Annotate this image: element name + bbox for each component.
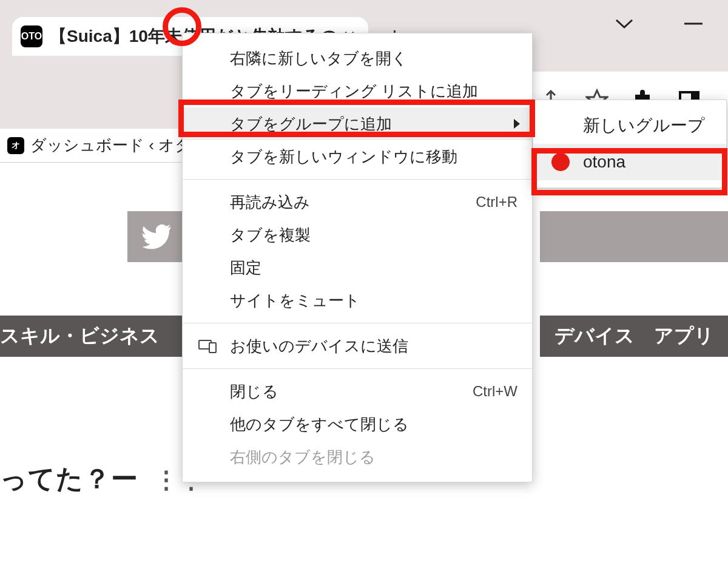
ctx-reload-shortcut: Ctrl+R <box>476 194 517 211</box>
svg-rect-5 <box>209 343 216 353</box>
submenu-new-group[interactable]: 新しいグループ <box>533 107 726 144</box>
ctx-separator <box>183 323 532 323</box>
nav-category-device-app[interactable]: デバイス アプリ <box>540 316 728 357</box>
submenu-new-group-label: 新しいグループ <box>583 114 705 137</box>
group-submenu: 新しいグループ otona <box>533 100 727 188</box>
tabs-dropdown-icon[interactable] <box>614 17 635 30</box>
nav-category-skill-business[interactable]: スキル・ビジネス <box>0 316 183 357</box>
devices-icon <box>198 339 217 353</box>
ctx-pin[interactable]: 固定 <box>183 251 532 284</box>
article-heading: ってた？ー ⋮⋮ <box>0 461 204 497</box>
submenu-group-otona[interactable]: otona <box>533 144 726 180</box>
article-heading-text: ってた？ー <box>0 461 138 497</box>
tab-favicon: OTO <box>21 25 42 47</box>
ctx-mute[interactable]: サイトをミュート <box>183 284 532 317</box>
minimize-icon[interactable] <box>683 17 704 30</box>
ctx-add-reading-list[interactable]: タブをリーディング リストに追加 <box>183 75 532 107</box>
bookmark-item[interactable]: ダッシュボード ‹ オタス <box>30 135 207 156</box>
ctx-send-to-device[interactable]: お使いのデバイスに送信 <box>183 329 532 362</box>
bookmark-favicon: オ <box>7 137 24 154</box>
header-grey-block <box>540 211 728 262</box>
ctx-move-new-window[interactable]: タブを新しいウィンドウに移動 <box>183 140 532 173</box>
ctx-send-to-device-label: お使いのデバイスに送信 <box>230 336 408 357</box>
ctx-close-right: 右側のタブを閉じる <box>183 441 532 473</box>
submenu-arrow-icon <box>514 119 520 129</box>
group-color-dot <box>551 153 570 171</box>
ctx-open-right[interactable]: 右隣に新しいタブを開く <box>183 42 532 75</box>
ctx-close-shortcut: Ctrl+W <box>473 383 517 400</box>
ctx-separator <box>183 368 532 369</box>
ctx-separator <box>183 179 532 180</box>
ctx-add-to-group-label: タブをグループに追加 <box>230 113 392 135</box>
ctx-close[interactable]: 閉じる Ctrl+W <box>183 375 532 408</box>
tab-context-menu: 右隣に新しいタブを開く タブをリーディング リストに追加 タブをグループに追加 … <box>182 33 533 482</box>
submenu-group-label: otona <box>583 152 625 172</box>
ctx-reload-label: 再読み込み <box>230 192 310 213</box>
twitter-link[interactable] <box>127 211 184 262</box>
ctx-reload[interactable]: 再読み込み Ctrl+R <box>183 186 532 218</box>
ctx-duplicate[interactable]: タブを複製 <box>183 218 532 251</box>
ctx-close-others[interactable]: 他のタブをすべて閉じる <box>183 408 532 441</box>
ctx-close-label: 閉じる <box>230 381 278 402</box>
ctx-add-to-group[interactable]: タブをグループに追加 <box>183 107 532 140</box>
